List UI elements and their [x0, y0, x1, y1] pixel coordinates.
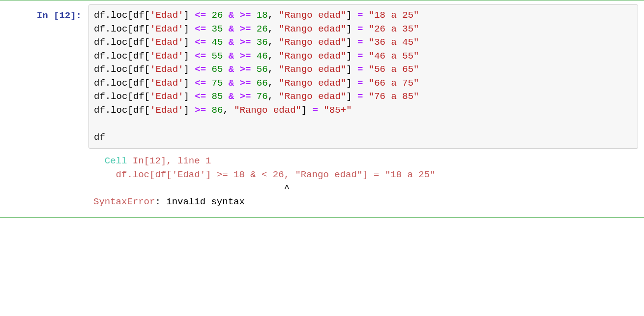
code-token: <=: [195, 91, 206, 102]
code-token: "76 a 85": [369, 91, 419, 102]
code-token: [223, 64, 228, 75]
code-token: [206, 10, 211, 21]
code-token: "66 a 75": [369, 78, 419, 89]
code-token: >=: [240, 51, 251, 62]
code-token: [206, 37, 211, 48]
code-token: 'Edad': [150, 91, 183, 102]
code-token: ,: [268, 78, 279, 89]
code-token: ]: [183, 51, 195, 62]
code-token: ,: [268, 64, 279, 75]
code-token: df: [94, 132, 105, 143]
output-token: Cell: [93, 156, 133, 166]
code-token: ]: [183, 78, 195, 89]
code-token: "Rango edad": [279, 64, 346, 75]
code-token: [363, 51, 368, 62]
code-token: 'Edad': [150, 105, 183, 116]
code-token: ,: [223, 105, 234, 116]
code-token: [223, 91, 228, 102]
code-token: &: [229, 91, 234, 102]
code-token: 65: [211, 64, 223, 75]
code-token: 46: [257, 51, 268, 62]
output-caret: ^: [93, 183, 290, 194]
code-token: [234, 37, 239, 48]
code-token: "Rango edad": [279, 78, 346, 89]
code-token: ]: [183, 105, 195, 116]
code-token: ]: [346, 64, 357, 75]
code-token: 66: [257, 78, 268, 89]
output-error-label: SyntaxError: [93, 196, 155, 207]
code-token: [206, 105, 211, 116]
code-token: [363, 64, 368, 75]
code-token: 'Edad': [150, 37, 183, 48]
code-token: &: [229, 24, 234, 34]
prompt-column: In [12]:: [0, 4, 88, 213]
code-token: 76: [257, 91, 268, 102]
code-token: [318, 105, 323, 116]
code-token: df.loc[df[: [94, 24, 150, 34]
code-token: 'Edad': [150, 64, 183, 75]
code-token: 'Edad': [150, 51, 183, 62]
output-error-msg: invalid syntax: [166, 196, 245, 207]
code-token: =: [313, 105, 318, 116]
code-token: [223, 51, 228, 62]
code-token: [234, 64, 239, 75]
code-token: [223, 37, 228, 48]
code-token: <=: [195, 37, 206, 48]
code-token: [363, 91, 368, 102]
code-token: >=: [240, 78, 251, 89]
code-token: [206, 64, 211, 75]
code-token: 75: [211, 78, 223, 89]
code-token: ]: [346, 10, 357, 21]
code-token: ]: [346, 78, 357, 89]
code-token: "36 a 45": [369, 37, 419, 48]
code-token: 'Edad': [150, 10, 183, 21]
code-token: [234, 10, 239, 21]
code-token: &: [229, 51, 234, 62]
code-token: [251, 91, 256, 102]
code-token: >=: [195, 105, 206, 116]
code-token: 45: [211, 37, 223, 48]
code-token: [251, 10, 256, 21]
output-colon: :: [155, 196, 166, 207]
code-token: [206, 78, 211, 89]
code-token: [251, 51, 256, 62]
code-token: ,: [268, 24, 279, 34]
code-token: =: [357, 91, 363, 102]
code-token: 'Edad': [150, 24, 183, 34]
code-token: [251, 64, 256, 75]
code-token: &: [229, 37, 234, 48]
code-token: df.loc[df[: [94, 91, 150, 102]
code-token: ]: [346, 51, 357, 62]
code-token: 85: [211, 91, 223, 102]
code-token: [363, 37, 368, 48]
code-token: =: [357, 78, 363, 89]
code-token: [363, 24, 368, 34]
code-token: 35: [211, 24, 223, 34]
code-token: "Rango edad": [279, 24, 346, 34]
code-token: "85+": [324, 105, 352, 116]
code-token: "Rango edad": [279, 37, 346, 48]
code-token: [206, 91, 211, 102]
blank-line: [94, 117, 633, 131]
code-token: [234, 91, 239, 102]
code-token: ]: [183, 91, 195, 102]
code-token: <=: [195, 64, 206, 75]
code-token: =: [357, 24, 363, 34]
code-token: ]: [346, 24, 357, 34]
code-input[interactable]: df.loc[df['Edad'] <= 26 & >= 18, "Rango …: [88, 4, 638, 149]
code-token: "56 a 65": [369, 64, 419, 75]
code-token: "Rango edad": [279, 10, 346, 21]
code-token: <=: [195, 78, 206, 89]
code-token: [251, 78, 256, 89]
code-token: >=: [240, 10, 251, 21]
code-token: [251, 37, 256, 48]
code-token: =: [357, 51, 363, 62]
code-token: df.loc[df[: [94, 37, 150, 48]
code-token: >=: [240, 24, 251, 34]
output-token: , line 1: [166, 156, 211, 166]
code-token: &: [229, 10, 234, 21]
code-token: ]: [183, 24, 195, 34]
code-token: 56: [257, 64, 268, 75]
code-token: [223, 10, 228, 21]
code-token: [234, 51, 239, 62]
